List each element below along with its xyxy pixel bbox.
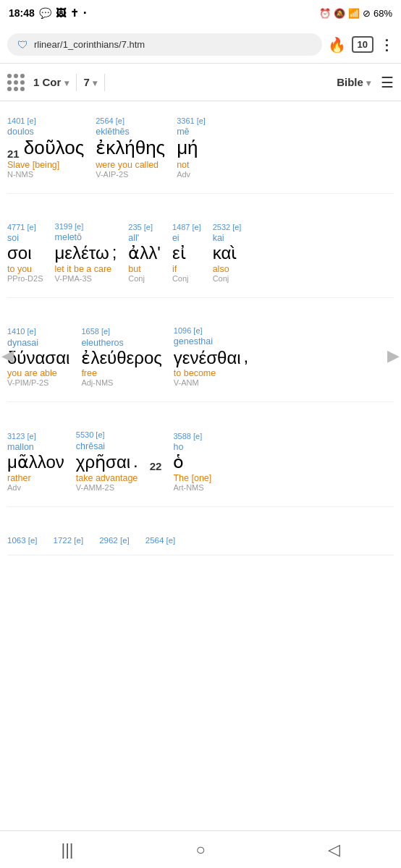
gram-all: Conj [128,274,145,283]
english-kai: also [213,264,229,274]
translit-me: mē [177,127,189,137]
translit-mallon: mallon [7,442,34,452]
tab-count[interactable]: 10 [352,36,373,53]
strongs-1410: 1410 [e] [7,326,36,337]
strongs-4771: 4771 [e] [7,222,36,233]
english-eklethes: were you called [96,160,159,170]
grid-icon[interactable] [7,74,25,91]
gram-me: Adv [177,170,190,179]
strongs-235: 235 [e] [128,222,153,233]
url-text: rlinear/1_corinthians/7.htm [34,39,145,50]
greek-genesthai: γενέσθαι [174,348,241,369]
message-icon: 💬 [39,7,51,19]
book-chevron: ▾ [64,78,69,88]
word-doulos: 1401 [e] doulos 21 δοῦλος Slave [being] … [7,116,84,179]
next-arrow[interactable]: ▶ [387,346,400,365]
status-bar: 18:48 💬 🖼 ✝ · ⏰ 🔕 📶 ⊘ 68% [0,0,401,26]
verse-block-mallon: 3123 [e] mallon μᾶλλον rather Adv 5530 [… [7,415,394,506]
battery-text: 68% [373,8,392,19]
image-icon: 🖼 [56,7,66,19]
gram-doulos: N-NMS [7,170,33,179]
back-button[interactable]: ||| [61,841,73,859]
strongs-3361: 3361 [e] [177,116,206,127]
word-soi: 4771 [e] soi σοι to you PPro-D2S [7,222,43,283]
chapter-chevron: ▾ [93,78,97,88]
home-button[interactable]: ○ [195,841,205,859]
gram-soi: PPro-D2S [7,274,43,283]
translit-chresai: chrēsai [76,441,105,451]
word-me: 3361 [e] mē μή not Adv [177,116,206,179]
address-field[interactable]: 🛡 rlinear/1_corinthians/7.htm [7,33,322,56]
english-all: but [128,264,140,274]
english-genesthai: to become [174,368,216,378]
strongs-2564: 2564 [e] [96,116,124,127]
translit-eklethes: eklēthēs [96,127,130,137]
translit-empty [150,450,152,460]
chapter-selector[interactable]: 7 ▾ [84,76,98,88]
strongs-empty [150,438,152,449]
book-selector[interactable]: 1 Cor ▾ [33,76,69,88]
shield-icon: 🛡 [17,38,28,51]
gram-ei: Conj [172,274,189,283]
greek-meleto: μελέτω [55,243,109,264]
word-kai: 2532 [e] kai καὶ also Conj [213,222,242,283]
verse-block-soi: 4771 [e] soi σοι to you PPro-D2S 3199 [e… [7,207,394,298]
english-me: not [177,160,189,170]
greek-chresai: χρῆσαι [76,452,130,473]
mute-icon: 🔕 [334,8,345,19]
nav-bar: 1 Cor ▾ 7 ▾ Bible ▾ ☰ [0,64,401,101]
greek-me: μή [177,137,198,159]
menu-dots[interactable]: ⋮ [379,36,394,54]
wifi-icon: 📶 [348,8,360,19]
gram-genesthai: V-ANM [174,378,199,387]
gram-empty [150,483,152,492]
prev-arrow[interactable]: ◀ [1,346,14,365]
word-meleto: 3199 [e] meletō μελέτω ; let it be a car… [55,221,117,283]
alarm-icon: ⏰ [319,8,331,19]
gram-dynasai: V-PIM/P-2S [7,378,48,387]
punct-semicolon: ; [112,242,117,263]
translit-ei: ei [172,233,180,243]
greek-mallon: μᾶλλον [7,452,64,473]
translit-genesthai: genesthai [174,336,213,346]
gram-kai: Conj [213,274,229,283]
english-dynasai: you are able [7,368,57,378]
strongs-row-dynasai: 1410 [e] dynasai δύνασαι you are able V-… [7,320,394,393]
bible-label: Bible [337,76,363,88]
strongs-2962: 2962 [e] [99,535,130,546]
gram-chresai: V-AMM-2S [76,483,114,492]
translit-ho: ho [173,442,183,452]
verse-number-22-inline: 22 [150,460,162,473]
blocked-icon: ⊘ [363,8,371,19]
strongs-1096: 1096 [e] [174,326,203,336]
gram-eklethes: V-AIP-2S [96,170,128,179]
strongs-1401: 1401 [e] [7,116,36,127]
english-chresai: take advantage [76,473,138,483]
hamburger-menu[interactable]: ☰ [381,74,394,91]
strongs-row-soi: 4771 [e] soi σοι to you PPro-D2S 3199 [e… [7,216,394,289]
nav-divider-2 [104,74,105,91]
greek-soi: σοι [7,243,32,264]
main-content: 1401 [e] doulos 21 δοῦλος Slave [being] … [0,101,401,606]
greek-eleutheros: ἐλεύθερος [81,348,161,369]
dot-icon: · [83,7,87,20]
strongs-2564-2: 2564 [e] [145,535,176,546]
greek-kai: καὶ [213,243,237,264]
punct-period: . [133,451,138,472]
recents-button[interactable]: ◁ [328,841,340,859]
status-time: 18:48 💬 🖼 ✝ · [9,7,87,20]
strongs-1658: 1658 [e] [81,326,110,337]
english-soi: to you [7,264,32,274]
word-dynasai: 1410 [e] dynasai δύνασαι you are able V-… [7,326,69,387]
verse-block-21: 1401 [e] doulos 21 δοῦλος Slave [being] … [7,101,394,194]
word-all: 235 [e] all' ἀλλ' but Conj [128,222,161,283]
strongs-1487: 1487 [e] [172,222,201,233]
word-genesthai: 1096 [e] genesthai γενέσθαι , to become … [174,326,248,387]
bible-selector[interactable]: Bible ▾ [337,76,371,88]
word-ei: 1487 [e] ei εἰ if Conj [172,222,201,283]
word-chresai: 5530 [e] chrēsai χρῆσαι . take advantage… [76,430,138,491]
word-eklethes: 2564 [e] eklēthēs ἐκλήθης were you calle… [96,116,165,179]
translit-meleto: meletō [55,232,83,242]
fire-icon[interactable]: 🔥 [328,36,346,54]
bible-chevron: ▾ [366,78,371,88]
